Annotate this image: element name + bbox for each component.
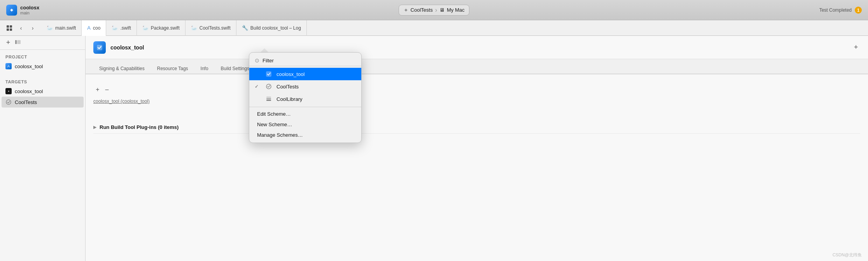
device-icon: 🖥 [439,7,444,13]
header-add-button[interactable]: + [852,43,860,52]
svg-rect-6 [17,40,21,44]
tests-scheme-icon [265,83,273,90]
tab-label: main.swift [55,25,76,31]
build-tool-plugins-section: ▶ Run Build Tool Plug-ins (0 items) [93,121,860,134]
breadcrumb-separator: › [435,7,437,14]
section-title: Run Build Tool Plug-ins (0 items) [100,124,178,130]
tab-signing-capabilities[interactable]: Signing & Capabilities [93,63,150,74]
checkmark-icon: ✓ [255,84,261,89]
scheme-icon: ✦ [404,7,408,13]
svg-rect-5 [15,40,17,44]
menu-item-coollibrary[interactable]: CoolLibrary [249,93,361,105]
app-icon [6,5,17,16]
tab-resource-tags[interactable]: Resource Tags [151,63,194,74]
targets-section-header: TARGETS [0,78,85,86]
app-name: coolosx [20,5,39,11]
target-tool-label: coolosx_tool [15,88,43,94]
title-bar-right: Test Completed 1 [776,7,862,14]
project-section-header: PROJECT [0,53,85,61]
target-header: coolosx_tool + [86,36,868,59]
tab-label: .swift [120,25,131,31]
svg-rect-12 [266,98,271,99]
forward-button[interactable]: › [27,23,38,33]
add-remove-bar: + – [93,82,860,97]
target-icon [93,41,106,54]
project-icon: A [5,63,12,69]
app-title-group: coolosx main [20,5,39,15]
tab-swift2[interactable]: 🦢 .swift [106,20,136,36]
tab-info[interactable]: Info [195,63,214,74]
tests-icon [5,99,12,105]
target-display-name: coolosx_tool [110,44,144,51]
filter-row: ⊙ [249,55,361,66]
section-collapse-arrow[interactable]: ▶ [93,125,96,130]
terminal-icon: ▪ [5,88,12,94]
warning-badge[interactable]: 1 [855,7,862,14]
manage-schemes-action[interactable]: Manage Schemes… [249,130,361,140]
sidebar-item-coolosx-tool[interactable]: ▪ coolosx_tool [0,86,85,97]
settings-tabs: Signing & Capabilities Resource Tags Inf… [86,59,868,74]
sidebar: + PROJECT A coolosx_tool TARGETS ▪ coolo… [0,36,86,261]
scheme-selector[interactable]: ✦ CoolTests › 🖥 My Mac [399,5,470,16]
svg-rect-11 [266,100,271,101]
project-section: PROJECT A coolosx_tool [0,50,85,75]
svg-rect-9 [266,71,271,77]
app-identity: coolosx main [6,5,92,16]
tab-asset[interactable]: A coo [82,20,106,36]
tab-cooltests-swift[interactable]: 🦢 CoolTests.swift [186,20,236,36]
filter-icon: ⊙ [255,57,259,63]
back-button[interactable]: ‹ [16,23,26,33]
svg-rect-2 [10,25,12,28]
menu-label-coolosx-tool: coolosx_tool [276,71,304,77]
filter-input[interactable] [262,58,356,63]
swift-icon: 🦢 [112,25,118,31]
sidebar-toolbar: + [0,36,85,50]
tab-main-swift[interactable]: 🦢 main.swift [41,20,82,36]
dropdown-arrow [261,48,268,52]
project-label: coolosx_tool [15,63,43,69]
sidebar-item-cooltests[interactable]: CoolTests [2,97,84,108]
toolbar: ‹ › 🦢 main.swift A coo 🦢 .swift 🦢 Packag… [0,20,868,36]
add-button[interactable]: + [3,39,13,47]
menu-item-coolosx-tool[interactable]: coolosx_tool [249,68,361,80]
scheme-dropdown-container: ⊙ coolosx_tool ✓ [249,48,362,143]
tab-build-log[interactable]: 🔧 Build coolosx_tool – Log [236,20,307,36]
swift-icon: 🦢 [47,25,53,31]
tab-label: Package.swift [151,25,180,31]
device-name: My Mac [447,7,465,13]
new-scheme-action[interactable]: New Scheme… [249,119,361,130]
svg-point-0 [11,9,12,11]
content-header: coolosx_tool + Signing & Capabilities Re… [86,36,868,74]
swift-icon: 🦢 [191,25,197,31]
toolbar-icons: ‹ › [4,23,38,33]
content-header-actions: + [852,43,860,52]
swift-icon: 🦢 [142,25,149,31]
remove-phase-button[interactable]: – [103,85,111,94]
svg-point-7 [6,100,11,104]
targets-section: TARGETS ▪ coolosx_tool CoolTests [0,75,85,111]
tab-label: CoolTests.swift [200,25,231,31]
app-scheme-icon [265,70,273,78]
tab-package-swift[interactable]: 🦢 Package.swift [137,20,186,36]
edit-scheme-action[interactable]: Edit Scheme… [249,109,361,119]
scheme-selector-area[interactable]: ✦ CoolTests › 🖥 My Mac [92,5,776,16]
content-body: + – coolosx_tool (coolosx_tool) ▶ Run Bu… [86,74,868,261]
menu-label-cooltests: CoolTests [276,84,299,90]
panel-toggle-button[interactable] [15,39,21,46]
build-icon: 🔧 [242,25,248,31]
svg-rect-1 [7,25,9,28]
sidebar-item-project[interactable]: A coolosx_tool [0,61,85,72]
grid-view-button[interactable] [4,23,15,33]
tabs-area: 🦢 main.swift A coo 🦢 .swift 🦢 Package.sw… [41,20,864,36]
add-phase-button[interactable]: + [93,85,102,94]
scheme-dropdown-menu: ⊙ coolosx_tool ✓ [249,52,362,143]
menu-item-cooltests[interactable]: ✓ CoolTests [249,80,361,93]
target-membership-label: coolosx_tool (coolosx_tool) [93,97,860,106]
library-scheme-icon [265,95,273,103]
spacer [93,106,860,121]
target-tests-label: CoolTests [15,99,37,105]
app-branch: main [20,11,39,15]
target-membership-link[interactable]: coolosx_tool (coolosx_tool) [93,99,150,104]
svg-rect-13 [266,97,271,98]
content-area: coolosx_tool + Signing & Capabilities Re… [86,36,868,261]
